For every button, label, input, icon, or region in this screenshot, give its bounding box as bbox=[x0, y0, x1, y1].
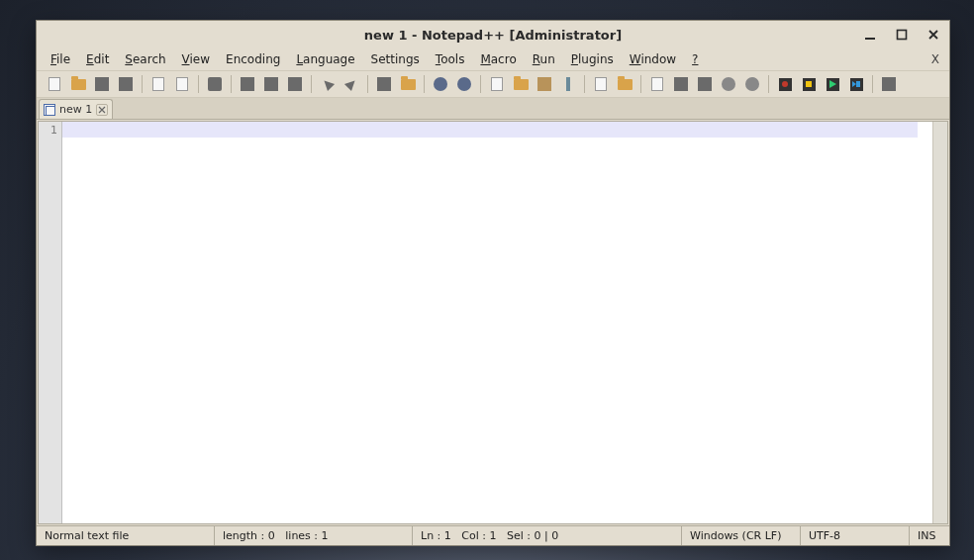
toolbar-copy[interactable] bbox=[260, 73, 282, 95]
menu-help[interactable]: ? bbox=[684, 50, 706, 68]
undo-icon bbox=[321, 77, 335, 91]
toolbar-doc-map[interactable] bbox=[646, 73, 668, 95]
redo-icon bbox=[344, 77, 358, 91]
toolbar-separator bbox=[768, 75, 769, 93]
toolbar-separator bbox=[640, 75, 641, 93]
status-eol: Windows (CR LF) bbox=[682, 526, 801, 545]
sync-v-icon bbox=[491, 77, 503, 91]
tabstrip: new 1 bbox=[37, 98, 949, 120]
toolbar-macro-stop[interactable] bbox=[798, 73, 820, 95]
toolbar-save-all[interactable] bbox=[115, 73, 137, 95]
tab-close-button[interactable] bbox=[96, 104, 108, 116]
print-icon bbox=[208, 77, 222, 91]
word-wrap-icon bbox=[537, 77, 551, 91]
toolbar-folder-workspace[interactable] bbox=[718, 73, 739, 95]
maximize-icon bbox=[896, 29, 908, 41]
menu-run[interactable]: Run bbox=[525, 50, 563, 68]
toolbar-all-chars[interactable] bbox=[557, 73, 579, 95]
toolbar-separator bbox=[367, 75, 368, 93]
toolbar-zoom-out[interactable] bbox=[453, 73, 475, 95]
extra-icon bbox=[882, 77, 896, 91]
indent-guide-icon bbox=[595, 77, 607, 91]
open-file-icon bbox=[71, 79, 86, 90]
menubar-close-x[interactable]: X bbox=[931, 52, 939, 66]
function-list-icon bbox=[698, 77, 712, 91]
find-icon bbox=[377, 77, 391, 91]
toolbar-macro-run-multi[interactable] bbox=[845, 73, 867, 95]
toolbar-new-file[interactable] bbox=[44, 73, 65, 95]
toolbar-cut[interactable] bbox=[237, 73, 258, 95]
toolbar-close-all[interactable] bbox=[171, 73, 193, 95]
status-ins: INS bbox=[910, 526, 949, 545]
menu-encoding[interactable]: Encoding bbox=[218, 50, 288, 68]
status-encoding: UTF-8 bbox=[801, 526, 910, 545]
toolbar-separator bbox=[584, 75, 585, 93]
toolbar-sync-h[interactable] bbox=[510, 73, 532, 95]
svg-rect-1 bbox=[898, 31, 907, 40]
tab-file-icon bbox=[44, 104, 55, 116]
copy-icon bbox=[264, 77, 278, 91]
fast-forward-icon bbox=[850, 78, 863, 91]
close-button[interactable] bbox=[924, 25, 943, 45]
play-icon bbox=[827, 78, 839, 91]
toolbar-save[interactable] bbox=[91, 73, 113, 95]
menu-edit[interactable]: Edit bbox=[78, 50, 117, 68]
toolbar-replace[interactable] bbox=[397, 73, 419, 95]
menu-settings[interactable]: Settings bbox=[363, 50, 428, 68]
toolbar-redo[interactable] bbox=[341, 73, 362, 95]
save-icon bbox=[95, 77, 109, 91]
doc-list-icon bbox=[674, 77, 688, 91]
toolbar-word-wrap[interactable] bbox=[534, 73, 555, 95]
vertical-scrollbar[interactable] bbox=[932, 122, 947, 523]
toolbar-indent-guide[interactable] bbox=[590, 73, 612, 95]
toolbar-print[interactable] bbox=[204, 73, 226, 95]
toolbar-paste[interactable] bbox=[284, 73, 306, 95]
new-file-icon bbox=[49, 77, 60, 91]
tab-close-icon bbox=[98, 106, 106, 114]
menu-file[interactable]: File bbox=[43, 50, 78, 68]
tab-new-1[interactable]: new 1 bbox=[39, 99, 113, 119]
toolbar-close[interactable] bbox=[147, 73, 169, 95]
menu-view[interactable]: View bbox=[174, 50, 218, 68]
menu-macro[interactable]: Macro bbox=[472, 50, 524, 68]
toolbar-sync-v[interactable] bbox=[486, 73, 508, 95]
menu-window[interactable]: Window bbox=[622, 50, 684, 68]
zoom-in-icon bbox=[434, 77, 447, 91]
close-icon bbox=[927, 29, 939, 41]
statusbar: Normal text file length : 0 lines : 1 Ln… bbox=[37, 525, 949, 545]
toolbar bbox=[37, 70, 949, 98]
menu-search[interactable]: Search bbox=[117, 50, 173, 68]
toolbar-function-list[interactable] bbox=[694, 73, 716, 95]
menu-language[interactable]: Language bbox=[288, 50, 362, 68]
stop-icon bbox=[803, 78, 816, 91]
toolbar-ud-lang[interactable] bbox=[614, 73, 635, 95]
maximize-button[interactable] bbox=[892, 25, 912, 45]
status-sel: Sel : 0 | 0 bbox=[507, 529, 558, 542]
status-file-type: Normal text file bbox=[37, 526, 215, 545]
zoom-out-icon bbox=[457, 77, 471, 91]
menu-plugins[interactable]: Plugins bbox=[563, 50, 622, 68]
toolbar-open-file[interactable] bbox=[67, 73, 89, 95]
close-all-icon bbox=[176, 77, 188, 91]
toolbar-macro-play[interactable] bbox=[822, 73, 843, 95]
line-number-gutter: 1 bbox=[39, 122, 62, 523]
toolbar-monitoring[interactable] bbox=[741, 73, 763, 95]
status-position: Ln : 1 Col : 1 Sel : 0 | 0 bbox=[413, 526, 682, 545]
doc-map-icon bbox=[651, 77, 663, 91]
window-controls bbox=[860, 21, 943, 48]
minimize-button[interactable] bbox=[860, 25, 880, 45]
toolbar-find[interactable] bbox=[373, 73, 395, 95]
minimize-icon bbox=[864, 29, 876, 41]
toolbar-extra[interactable] bbox=[878, 73, 900, 95]
toolbar-separator bbox=[198, 75, 199, 93]
status-length: length : 0 bbox=[223, 529, 275, 542]
toolbar-undo[interactable] bbox=[317, 73, 339, 95]
text-editor[interactable] bbox=[62, 122, 932, 523]
menu-tools[interactable]: Tools bbox=[428, 50, 473, 68]
editor-area: 1 bbox=[38, 121, 948, 524]
toolbar-macro-record[interactable] bbox=[774, 73, 796, 95]
toolbar-doc-list[interactable] bbox=[670, 73, 692, 95]
toolbar-separator bbox=[480, 75, 481, 93]
toolbar-zoom-in[interactable] bbox=[430, 73, 451, 95]
toolbar-separator bbox=[311, 75, 312, 93]
